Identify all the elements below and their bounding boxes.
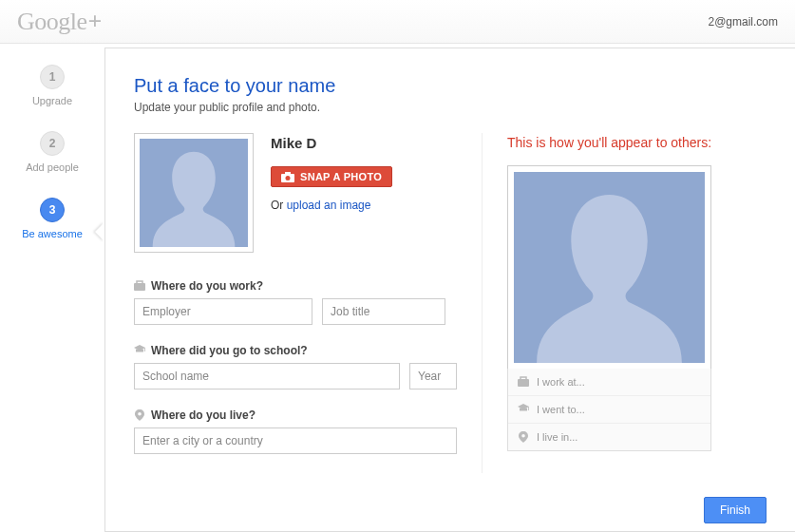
preview-photo-frame: [507, 165, 711, 370]
preview-info-list: I work at... I went to... I live in...: [507, 369, 711, 451]
live-field-group: Where do you live?: [134, 408, 457, 454]
briefcase-icon: [518, 376, 529, 388]
map-pin-icon: [518, 431, 529, 443]
user-email[interactable]: 2@gmail.com: [708, 15, 778, 28]
employer-input[interactable]: [134, 298, 312, 325]
map-pin-icon: [134, 409, 145, 421]
avatar-silhouette-icon: [514, 172, 705, 363]
upload-image-link[interactable]: upload an image: [287, 199, 371, 212]
preview-live: I live in...: [508, 423, 710, 450]
school-year-input[interactable]: [409, 363, 457, 390]
preview-work: I work at...: [508, 369, 710, 395]
work-field-group: Where do you work?: [134, 279, 457, 325]
page-subtitle: Update your public profile and photo.: [134, 101, 767, 114]
profile-name: Mike D: [271, 135, 457, 151]
avatar-silhouette-icon: [140, 139, 248, 247]
school-label: Where did you go to school?: [151, 344, 308, 357]
preview-school: I went to...: [508, 395, 710, 423]
step-upgrade[interactable]: 1 Upgrade: [32, 65, 72, 106]
preview-heading: This is how you'll appear to others:: [507, 135, 767, 150]
camera-icon: [281, 172, 294, 182]
step-number: 3: [40, 198, 65, 222]
step-label: Upgrade: [32, 95, 72, 106]
profile-photo-frame[interactable]: [134, 133, 254, 253]
header: Google+ 2@gmail.com: [0, 0, 795, 44]
briefcase-icon: [134, 280, 145, 292]
step-label: Be awesome: [22, 228, 83, 239]
step-be-awesome[interactable]: 3 Be awesome: [22, 198, 83, 239]
step-label: Add people: [26, 162, 79, 173]
form-column: Mike D SNAP A PHOTO Or upload an image: [134, 133, 483, 473]
preview-column: This is how you'll appear to others: I w…: [507, 133, 767, 473]
work-label: Where do you work?: [151, 279, 263, 293]
school-name-input[interactable]: [134, 363, 400, 390]
google-plus-logo: Google+: [17, 8, 102, 36]
city-input[interactable]: [134, 428, 457, 454]
logo-plus: +: [88, 8, 102, 35]
finish-button[interactable]: Finish: [704, 497, 767, 523]
snap-button-label: SNAP A PHOTO: [300, 171, 382, 182]
upload-alternative: Or upload an image: [271, 199, 457, 212]
step-add-people[interactable]: 2 Add people: [26, 131, 79, 173]
logo-text: Google: [17, 8, 87, 35]
job-title-input[interactable]: [322, 298, 445, 325]
main-card: Put a face to your name Update your publ…: [104, 48, 795, 532]
live-label: Where do you live?: [151, 408, 256, 422]
snap-photo-button[interactable]: SNAP A PHOTO: [271, 166, 392, 187]
step-sidebar: 1 Upgrade 2 Add people 3 Be awesome: [0, 44, 104, 532]
step-number: 2: [40, 131, 65, 156]
school-field-group: Where did you go to school?: [134, 344, 457, 390]
graduation-cap-icon: [518, 404, 529, 415]
graduation-cap-icon: [134, 345, 145, 356]
step-number: 1: [40, 65, 65, 89]
page-title: Put a face to your name: [134, 75, 767, 97]
active-step-pointer: [95, 222, 104, 241]
